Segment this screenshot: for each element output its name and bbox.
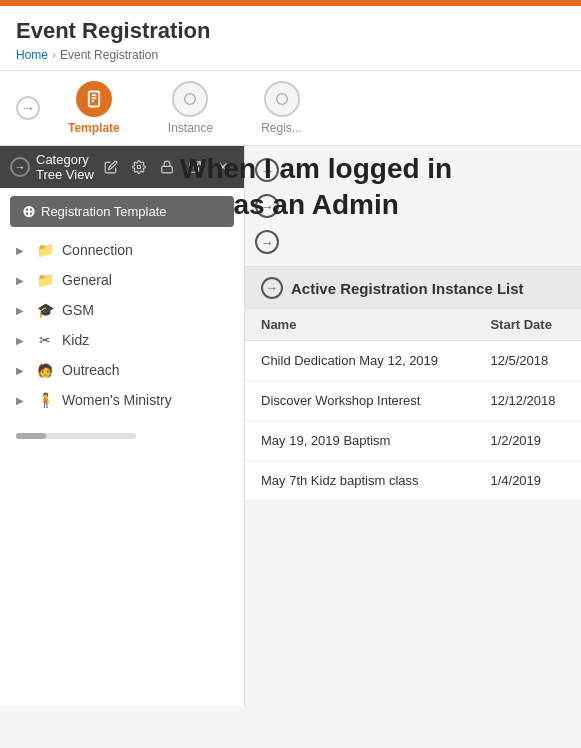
plus-icon: ⊕ [22,202,35,221]
tab-instance-icon [172,81,208,117]
tab-instance[interactable]: Instance [148,71,233,145]
folder-icon: 📁 [36,242,54,258]
chevron-right-icon: ▶ [16,275,28,286]
table-header-row: Name Start Date [245,309,581,341]
right-nav-arrows: → → → [245,146,581,266]
chevron-right-icon: ▶ [16,365,28,376]
scrollbar-thumb [16,433,46,439]
close-icon[interactable] [212,156,234,178]
person-female-icon: 🧍 [36,392,54,408]
category-toolbar: → Category Tree View [0,146,244,188]
sidebar: → Category Tree View [0,146,245,706]
sidebar-scrollbar[interactable] [0,427,244,445]
lock-icon[interactable] [156,156,178,178]
sidebar-item-label: GSM [62,302,94,318]
active-registration-title: Active Registration Instance List [291,280,524,297]
active-registration-section: → Active Registration Instance List Name… [245,266,581,501]
active-reg-arrow-icon[interactable]: → [261,277,283,299]
sidebar-item-gsm[interactable]: ▶ 🎓 GSM [0,295,244,325]
table-cell-name: Discover Workshop Interest [245,381,474,421]
table-row[interactable]: May 7th Kidz baptism class1/4/2019 [245,461,581,501]
main-content: → Category Tree View [0,146,581,706]
nav-arrow-2[interactable]: → [255,194,279,218]
active-registration-header: → Active Registration Instance List [245,267,581,309]
svg-point-4 [185,94,196,105]
table-row[interactable]: May 19, 2019 Baptism1/2/2019 [245,421,581,461]
svg-rect-7 [162,166,173,172]
sidebar-item-label: Women's Ministry [62,392,172,408]
page-title: Event Registration [16,18,565,44]
tab-navigation: → Template Instance [0,71,581,146]
chevron-right-icon: ▶ [16,245,28,256]
sidebar-item-kidz[interactable]: ▶ ✂ Kidz [0,325,244,355]
chevron-right-icon: ▶ [16,305,28,316]
tab-template-icon [76,81,112,117]
table-cell-name: May 7th Kidz baptism class [245,461,474,501]
table-cell-name: Child Dedication May 12, 2019 [245,341,474,381]
folder-icon: 📁 [36,272,54,288]
sidebar-item-outreach[interactable]: ▶ 🧑 Outreach [0,355,244,385]
table-cell-start-date: 12/5/2018 [474,341,581,381]
nav-arrow-1[interactable]: → [255,158,279,182]
registration-template-button[interactable]: ⊕ Registration Template [10,196,234,227]
chevron-right-icon: ▶ [16,335,28,346]
tab-back-arrow[interactable]: → [16,96,40,120]
sidebar-item-label: Kidz [62,332,89,348]
table-cell-name: May 19, 2019 Baptism [245,421,474,461]
tab-registrations-label: Regis... [261,121,302,135]
svg-line-8 [194,162,200,168]
svg-point-6 [137,165,141,169]
table-row[interactable]: Child Dedication May 12, 201912/5/2018 [245,341,581,381]
table-cell-start-date: 1/2/2019 [474,421,581,461]
breadcrumb-separator: › [52,48,56,62]
category-toolbar-icons [100,156,234,178]
external-link-icon[interactable] [184,156,206,178]
scrollbar-track [16,433,136,439]
graduation-icon: 🎓 [36,302,54,318]
table-cell-start-date: 12/12/2018 [474,381,581,421]
sidebar-item-label: Connection [62,242,133,258]
sidebar-item-connection[interactable]: ▶ 📁 Connection [0,235,244,265]
tab-template-label: Template [68,121,120,135]
edit-icon[interactable] [100,156,122,178]
svg-point-5 [276,94,287,105]
chevron-right-icon: ▶ [16,395,28,406]
table-row[interactable]: Discover Workshop Interest12/12/2018 [245,381,581,421]
person-icon: 🧑 [36,363,54,378]
registration-template-label: Registration Template [41,204,167,219]
column-header-name: Name [245,309,474,341]
registration-table: Name Start Date Child Dedication May 12,… [245,309,581,501]
tab-template[interactable]: Template [48,71,140,145]
settings-icon[interactable] [128,156,150,178]
tab-registrations[interactable]: Regis... [241,71,322,145]
category-toolbar-arrow[interactable]: → [10,157,30,177]
sidebar-item-general[interactable]: ▶ 📁 General [0,265,244,295]
header: Event Registration Home › Event Registra… [0,6,581,71]
nav-arrow-3[interactable]: → [255,230,279,254]
sidebar-item-label: Outreach [62,362,120,378]
right-panel: → → → → Active Registration Instance Lis… [245,146,581,706]
table-cell-start-date: 1/4/2019 [474,461,581,501]
breadcrumb-current: Event Registration [60,48,158,62]
sidebar-item-womens-ministry[interactable]: ▶ 🧍 Women's Ministry [0,385,244,415]
tab-instance-label: Instance [168,121,213,135]
sidebar-item-label: General [62,272,112,288]
breadcrumb: Home › Event Registration [16,48,565,62]
scissors-icon: ✂ [36,332,54,348]
tab-registrations-icon [264,81,300,117]
column-header-start-date: Start Date [474,309,581,341]
breadcrumb-home[interactable]: Home [16,48,48,62]
category-toolbar-label: Category Tree View [36,152,94,182]
